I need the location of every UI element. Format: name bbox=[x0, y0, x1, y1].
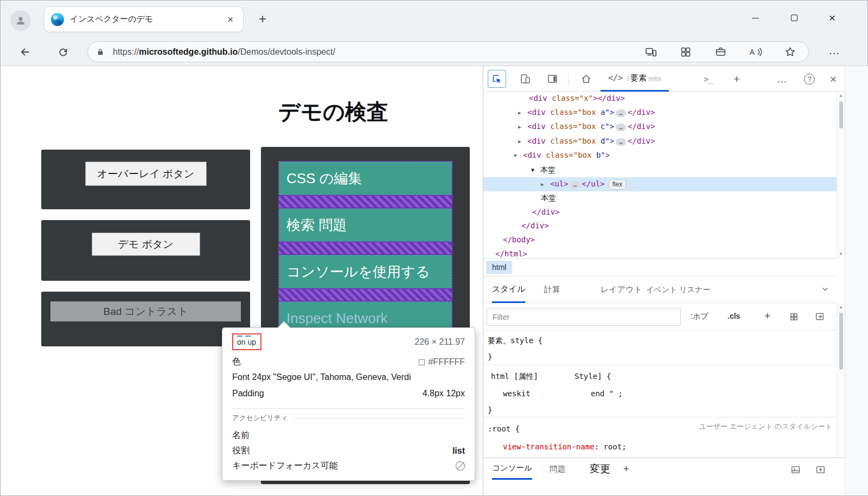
box-d: Bad コントラスト bbox=[41, 292, 250, 346]
add-tab-button[interactable]: + bbox=[727, 70, 746, 88]
expand-drawer-icon[interactable] bbox=[813, 462, 827, 476]
tab-console[interactable]: コンソール bbox=[492, 458, 532, 480]
dock-side-button[interactable] bbox=[543, 70, 561, 88]
list-item[interactable]: 検索 問題 bbox=[279, 208, 452, 242]
ellipsis-button[interactable]: … bbox=[616, 124, 626, 131]
new-tab-button[interactable]: + bbox=[254, 11, 271, 27]
tab-computed[interactable]: 計算 bbox=[544, 276, 560, 303]
briefcase-icon[interactable] bbox=[714, 46, 727, 59]
address-bar-icons: A bbox=[644, 46, 796, 59]
favorites-star-icon[interactable] bbox=[783, 46, 796, 59]
element-style-rule[interactable]: 要素。style { bbox=[488, 335, 542, 346]
welcome-home-button[interactable] bbox=[577, 70, 595, 88]
dom-node-box-b[interactable]: ▼<div class="box b"> bbox=[483, 149, 837, 163]
dock-side-icon bbox=[547, 73, 558, 85]
read-aloud-icon[interactable]: A bbox=[749, 46, 762, 59]
flex-badge[interactable]: flex bbox=[609, 179, 627, 190]
ellipsis-button[interactable]: … bbox=[616, 109, 626, 117]
tab-elements[interactable]: </> Elements 要素 bbox=[601, 66, 669, 92]
refresh-button[interactable] bbox=[55, 44, 71, 60]
dom-node-box-a[interactable]: ▶<div class="box a">…</div> bbox=[483, 106, 837, 120]
toggle-hover-state[interactable]: :ホブ bbox=[691, 312, 709, 321]
breadcrumb-html[interactable]: html bbox=[486, 261, 512, 274]
window-maximize-button[interactable] bbox=[782, 8, 807, 28]
divider bbox=[483, 364, 837, 365]
list-item[interactable]: コンソールを使用する bbox=[279, 255, 452, 288]
css-property[interactable]: weskit bbox=[503, 388, 531, 399]
devtools-menu-button[interactable]: … bbox=[773, 70, 792, 88]
css-value[interactable]: end " ; bbox=[591, 388, 623, 399]
computed-panel-icon[interactable] bbox=[813, 310, 826, 323]
person-icon bbox=[15, 15, 27, 27]
devtools-close-button[interactable]: × bbox=[824, 70, 843, 88]
new-style-rule-button[interactable]: + bbox=[764, 310, 770, 322]
expand-icon[interactable]: ▶ bbox=[518, 120, 527, 134]
scrollbar-thumb[interactable] bbox=[839, 313, 843, 370]
padding-label: Padding bbox=[232, 389, 264, 398]
dom-scrollbar[interactable]: ▲ ▼ bbox=[837, 92, 845, 258]
scroll-up-icon[interactable]: ▲ bbox=[837, 93, 845, 98]
not-focusable-icon bbox=[456, 461, 465, 471]
demo-button[interactable]: デモ ボタン bbox=[92, 233, 200, 256]
back-button[interactable] bbox=[17, 44, 33, 60]
scroll-down-icon[interactable]: ▼ bbox=[837, 252, 845, 256]
dom-node-ul-selected[interactable]: ▶<ul>…</ul>flex bbox=[483, 177, 837, 192]
html-selector[interactable]: html [属性] bbox=[491, 371, 538, 382]
device-toolbar-button[interactable] bbox=[516, 70, 534, 88]
scrollbar-thumb[interactable] bbox=[839, 101, 843, 128]
dom-node-box-d[interactable]: ▶<div class="box d">…</div> bbox=[483, 134, 837, 149]
inspect-element-button[interactable] bbox=[488, 70, 506, 88]
name-label: 名前 bbox=[232, 430, 250, 441]
dom-node-box-c[interactable]: ▶<div class="box c">…</div> bbox=[483, 120, 837, 134]
dom-closing-tag[interactable]: </div> bbox=[483, 205, 837, 220]
tab-changes[interactable]: 変更 bbox=[590, 458, 610, 480]
styles-scrollbar[interactable]: ▲ ▼ bbox=[837, 303, 845, 480]
browser-menu-button[interactable]: … bbox=[828, 44, 840, 57]
box-c: デモ ボタン bbox=[41, 220, 250, 281]
tab-event-listeners[interactable]: イベント リスナー bbox=[646, 276, 710, 303]
profile-avatar[interactable] bbox=[10, 10, 31, 31]
address-bar[interactable]: https://microsoftedge.github.io/Demos/de… bbox=[87, 41, 809, 62]
tab-styles[interactable]: スタイル bbox=[492, 276, 525, 303]
dom-closing-tag-body[interactable]: </body> bbox=[483, 233, 837, 247]
page-title: デモの検査 bbox=[278, 97, 388, 127]
dock-drawer-icon[interactable] bbox=[788, 462, 802, 476]
tab-layout[interactable]: レイアウト bbox=[601, 276, 642, 303]
overlay-button[interactable]: オーバーレイ ボタン bbox=[85, 162, 207, 186]
css-declaration[interactable]: view-transition-name: root; bbox=[503, 441, 627, 452]
dom-node-div-x[interactable]: <div class="x"></div> bbox=[483, 92, 837, 106]
element-tag: on up bbox=[237, 338, 256, 346]
dom-closing-tag[interactable]: </div> bbox=[483, 219, 837, 233]
browser-tab[interactable]: インスペクターのデモ × bbox=[44, 7, 244, 32]
tab-issues[interactable]: 問題 bbox=[550, 458, 565, 480]
drawer-add-tab-button[interactable]: + bbox=[623, 458, 629, 480]
styles-filter-input[interactable] bbox=[487, 308, 681, 326]
tab-close-icon[interactable]: × bbox=[224, 14, 237, 25]
send-to-devices-icon[interactable] bbox=[644, 46, 658, 59]
dom-text-node[interactable]: ▼本堂 bbox=[483, 163, 837, 177]
tooltip-color-row: 色 #FFFFFF bbox=[232, 356, 465, 368]
window-close-button[interactable]: × bbox=[820, 8, 845, 28]
svg-text:A: A bbox=[750, 48, 755, 56]
expand-icon[interactable]: ▶ bbox=[518, 135, 527, 149]
ellipsis-button[interactable]: … bbox=[616, 138, 626, 146]
collapse-icon[interactable]: ▼ bbox=[531, 163, 540, 177]
window-minimize-button[interactable] bbox=[743, 8, 768, 28]
dom-closing-tag-html[interactable]: </html> bbox=[483, 247, 837, 258]
apps-grid-icon[interactable] bbox=[679, 46, 692, 59]
ellipsis-button[interactable]: … bbox=[570, 181, 580, 189]
focusable-label: キーボードフォーカス可能 bbox=[232, 460, 338, 472]
toggle-classes[interactable]: .cls bbox=[727, 312, 740, 320]
dom-text-node[interactable]: 本堂 bbox=[483, 191, 837, 205]
scroll-up-icon[interactable]: ▲ bbox=[837, 305, 845, 310]
element-dimensions: 226 × 211.97 bbox=[414, 337, 465, 347]
chevron-down-icon[interactable] bbox=[821, 285, 829, 294]
list-item[interactable]: CSS の編集 bbox=[279, 162, 452, 195]
expand-icon[interactable]: ▶ bbox=[518, 106, 527, 120]
collapse-icon[interactable]: ▼ bbox=[514, 149, 523, 163]
element-states-icon[interactable] bbox=[787, 310, 800, 323]
console-drawer-button[interactable]: >_ bbox=[699, 70, 718, 88]
root-selector[interactable]: :root { bbox=[488, 423, 520, 434]
help-button[interactable]: ? bbox=[800, 70, 819, 88]
expand-icon[interactable]: ▶ bbox=[541, 178, 550, 192]
